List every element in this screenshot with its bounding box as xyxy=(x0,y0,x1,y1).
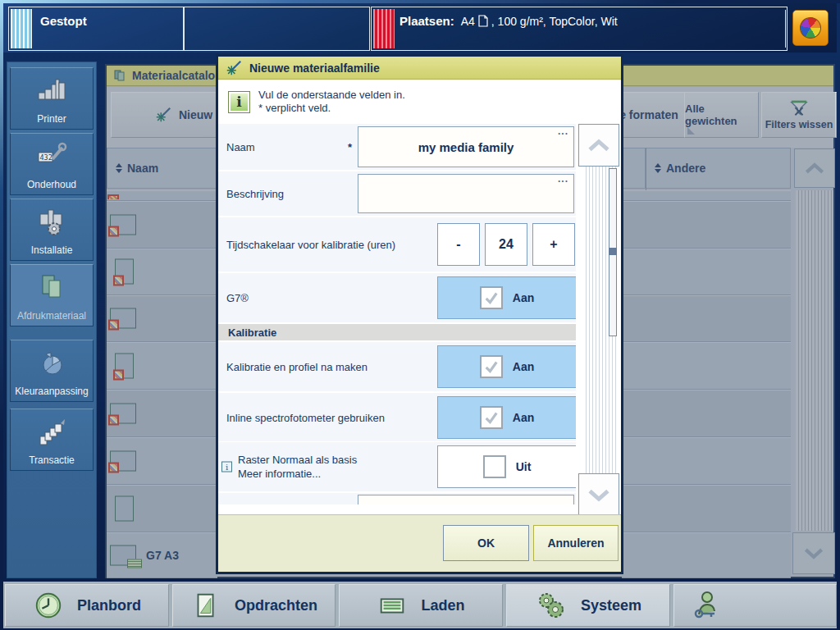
table-row[interactable] xyxy=(107,190,217,201)
table-row-g7-a3[interactable]: G7 A3 xyxy=(107,532,217,578)
transaction-pages-icon xyxy=(35,416,68,452)
raster-label: Raster Normaal als basis xyxy=(238,453,357,467)
table-row[interactable] xyxy=(107,485,217,532)
table-row[interactable] xyxy=(107,390,217,437)
topbar-divider xyxy=(785,10,786,48)
media-color-badge-icon xyxy=(108,414,119,425)
table-row[interactable] xyxy=(622,201,791,249)
meer-informatie-link[interactable]: Meer informatie... xyxy=(238,467,357,481)
clock-icon xyxy=(33,590,64,621)
column-naam-label: Naam xyxy=(127,162,158,175)
operator-key-button[interactable] xyxy=(673,584,837,627)
chevron-down-icon xyxy=(803,547,824,559)
annuleren-label: Annuleren xyxy=(547,536,604,550)
sidebar-item-installatie[interactable]: Installatie xyxy=(10,199,94,261)
toggle-state-label: Uit xyxy=(516,460,532,473)
partial-input[interactable] xyxy=(358,495,574,504)
table-row[interactable] xyxy=(622,342,791,390)
checkbox-checked-icon[interactable] xyxy=(480,286,503,309)
media-landscape-icon xyxy=(110,545,136,565)
column-header-naam[interactable]: Naam xyxy=(107,148,217,189)
catalog-scrollbar-track[interactable] xyxy=(796,190,833,531)
sidebar-item-label: Transactie xyxy=(29,454,75,466)
cal-profile-label: Kalibratie en profiel na maken xyxy=(226,361,368,373)
sidebar-item-kleuraanpassing[interactable]: Kleuraanpassing xyxy=(10,340,94,402)
form-row-g7: G7® Aan xyxy=(218,273,576,322)
timer-decrease-button[interactable]: - xyxy=(437,223,480,266)
page-icon xyxy=(478,15,488,27)
table-row[interactable] xyxy=(622,249,791,295)
checkbox-checked-icon[interactable] xyxy=(480,355,503,378)
table-row[interactable] xyxy=(622,295,791,342)
table-row[interactable] xyxy=(107,249,217,295)
trays-icon xyxy=(377,590,408,621)
checkbox-checked-icon[interactable] xyxy=(480,406,503,429)
new-sparkle-icon xyxy=(154,106,172,124)
table-row[interactable] xyxy=(622,190,791,201)
printer-status-text: Gestopt xyxy=(40,14,87,28)
table-row[interactable] xyxy=(107,295,217,342)
timer-increase-button[interactable]: + xyxy=(532,223,575,266)
nav-laden-button[interactable]: Laden xyxy=(339,584,503,627)
sidebar-item-printer[interactable]: Printer xyxy=(10,67,94,130)
filters-wissen-label: Filters wissen xyxy=(765,119,833,130)
beschrijving-input[interactable]: ... xyxy=(358,174,574,213)
printer-status-section: Gestopt xyxy=(8,7,184,51)
form-row-partial xyxy=(218,493,576,504)
table-row[interactable] xyxy=(622,485,791,532)
form-row-spectrofotometer: Inline spectrofotometer gebruiken Aan xyxy=(218,393,576,441)
form-row-beschrijving: Beschrijving ... xyxy=(218,171,576,216)
column-header-andere[interactable]: Andere xyxy=(646,148,791,189)
chevron-down-icon xyxy=(587,488,611,502)
media-size: A4 xyxy=(461,15,475,28)
table-row[interactable] xyxy=(107,437,217,485)
catalog-scroll-up-button[interactable] xyxy=(794,148,835,188)
nav-planbord-button[interactable]: Planbord xyxy=(5,584,169,627)
media-landscape-icon xyxy=(110,214,136,235)
chevron-up-icon xyxy=(804,162,825,175)
gears-icon xyxy=(535,589,568,622)
ok-button[interactable]: OK xyxy=(443,525,529,561)
ellipsis-hint: ... xyxy=(558,126,568,137)
table-row[interactable] xyxy=(107,201,217,249)
column-andere-label: Andere xyxy=(666,162,705,175)
sidebar-item-onderhoud[interactable]: 432 Onderhoud xyxy=(10,133,94,195)
alle-gewichten-button[interactable]: Alle gewichten xyxy=(684,92,759,138)
sidebar-item-label: Installatie xyxy=(31,244,73,256)
checkbox-unchecked-icon[interactable] xyxy=(483,455,506,478)
clear-filter-icon xyxy=(789,99,809,117)
dialog-scrollbar xyxy=(576,124,621,514)
annuleren-button[interactable]: Annuleren xyxy=(533,525,619,561)
color-settings-button[interactable] xyxy=(792,10,829,46)
timer-value-field[interactable]: 24 xyxy=(485,223,527,266)
filters-wissen-button[interactable]: Filters wissen xyxy=(761,92,837,138)
dialog-scroll-up-button[interactable] xyxy=(578,124,619,167)
info-line1: Vul de onderstaande velden in. xyxy=(258,89,405,102)
sidebar-item-afdrukmateriaal[interactable]: Afdrukmateriaal xyxy=(10,264,94,326)
operator-key-icon xyxy=(689,589,722,622)
spectro-toggle[interactable]: Aan xyxy=(437,396,576,439)
maintenance-counter-wrench-icon: 432 xyxy=(35,140,68,176)
table-row[interactable] xyxy=(622,390,791,437)
table-row[interactable] xyxy=(622,532,791,578)
dialog-scrollbar-thumb[interactable] xyxy=(609,168,617,336)
g7-toggle[interactable]: Aan xyxy=(437,276,576,319)
catalog-scroll-down-button[interactable] xyxy=(792,532,835,574)
catalog-rows-naam-column: G7 A3 xyxy=(107,190,217,578)
media-portrait-icon xyxy=(115,259,134,285)
media-color-badge-icon xyxy=(108,462,119,472)
raster-toggle[interactable]: Uit xyxy=(437,445,576,488)
sidebar-item-label: Kleuraanpassing xyxy=(15,386,88,397)
cal-profile-toggle[interactable]: Aan xyxy=(437,345,576,388)
g7-label: G7® xyxy=(226,292,249,304)
sidebar-item-transactie[interactable]: Transactie xyxy=(10,409,94,471)
table-row[interactable] xyxy=(622,437,791,485)
timer-label: Tijdschakelaar voor kalibratie (uren) xyxy=(226,239,395,251)
dialog-scroll-down-button[interactable] xyxy=(578,473,619,516)
nav-systeem-button[interactable]: Systeem xyxy=(506,584,670,627)
nav-opdrachten-button[interactable]: Opdrachten xyxy=(172,584,336,627)
naam-input[interactable]: my media family ... xyxy=(358,126,574,167)
minus-label: - xyxy=(456,237,460,252)
table-row[interactable] xyxy=(107,342,217,390)
dialog-footer: OK Annuleren xyxy=(218,514,621,572)
